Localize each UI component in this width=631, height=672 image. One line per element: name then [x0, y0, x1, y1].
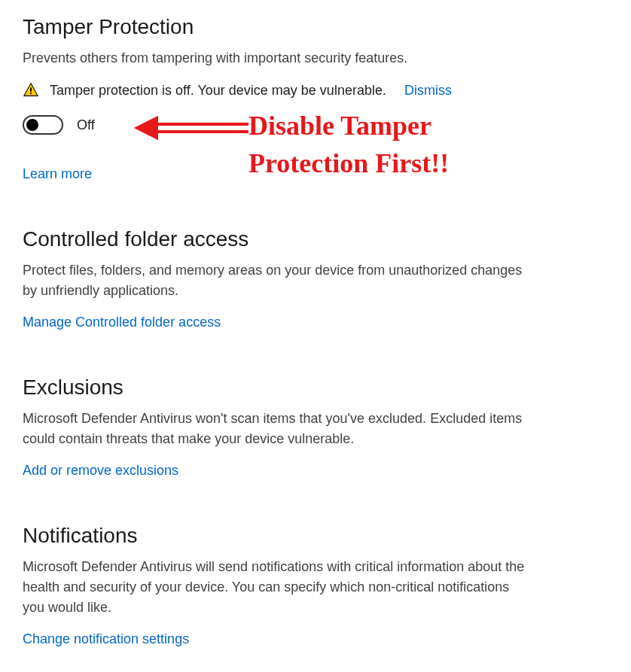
tamper-protection-description: Prevents others from tampering with impo… [23, 48, 535, 68]
tamper-warning-row: Tamper protection is off. Your device ma… [23, 82, 608, 99]
controlled-folder-section: Controlled folder access Protect files, … [23, 227, 608, 330]
exclusions-section: Exclusions Microsoft Defender Antivirus … [23, 376, 608, 479]
tamper-protection-title: Tamper Protection [23, 15, 608, 39]
annotation-arrow-icon [132, 115, 252, 148]
exclusions-title: Exclusions [23, 376, 608, 400]
svg-rect-0 [30, 87, 32, 92]
toggle-knob [26, 119, 38, 131]
add-remove-exclusions-link[interactable]: Add or remove exclusions [23, 463, 178, 478]
learn-more-link[interactable]: Learn more [23, 166, 92, 182]
tamper-warning-text: Tamper protection is off. Your device ma… [50, 83, 386, 99]
notifications-title: Notifications [23, 524, 608, 548]
notifications-description: Microsoft Defender Antivirus will send n… [23, 557, 535, 618]
warning-icon [23, 82, 39, 99]
controlled-folder-description: Protect files, folders, and memory areas… [23, 260, 535, 301]
exclusions-description: Microsoft Defender Antivirus won't scan … [23, 409, 535, 449]
svg-rect-1 [30, 93, 32, 94]
controlled-folder-title: Controlled folder access [23, 227, 608, 251]
tamper-toggle-label: Off [77, 117, 95, 133]
change-notification-settings-link[interactable]: Change notification settings [23, 631, 189, 646]
annotation-text: Disable Tamper Protection First!! [248, 107, 449, 183]
dismiss-link[interactable]: Dismiss [404, 83, 452, 99]
manage-controlled-folder-link[interactable]: Manage Controlled folder access [23, 315, 221, 330]
tamper-protection-toggle[interactable] [23, 115, 63, 135]
notifications-section: Notifications Microsoft Defender Antivir… [23, 524, 608, 647]
